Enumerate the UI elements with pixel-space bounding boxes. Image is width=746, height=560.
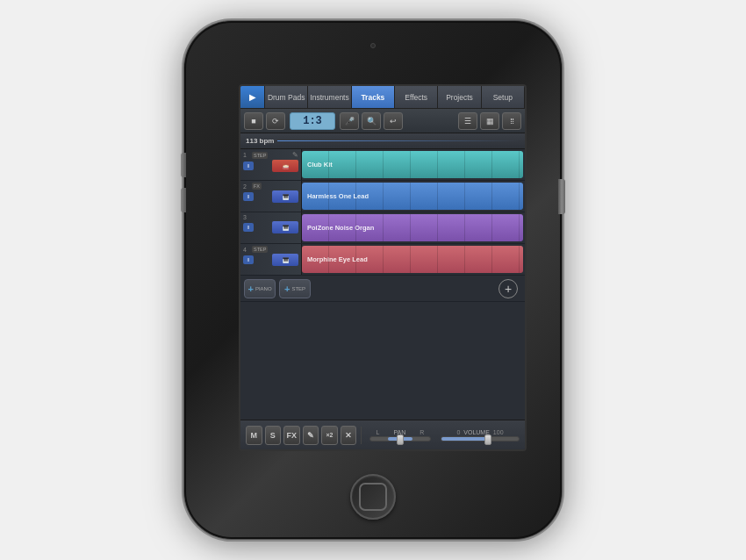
bpm-bar: 113 bpm [240,133,525,149]
toolbar: ■ ⟳ 1:3 🎤 🔍 ↩ ☰ ▦ ⣿ [240,109,525,133]
volume-thumb[interactable] [484,434,491,445]
track-mute-1[interactable]: II [243,162,254,170]
table-row: 3 II 🎹 PoiZone Noise Organ [240,212,525,244]
add-step-button[interactable]: + STEP [279,279,311,298]
tab-setup[interactable]: Setup [482,86,525,108]
plus-icon: + [247,284,253,294]
volume-up-button[interactable] [181,153,186,177]
track-icon-1[interactable]: 🥁 [272,160,298,172]
toolbar-divider [361,427,362,444]
iphone-screen: Drum Pads Instruments Tracks Effects Pro… [239,84,527,451]
tracks-area: 1 STEP ✎ II 🥁 [240,149,525,420]
camera-dot [370,43,376,48]
track-mute-4[interactable]: II [243,255,254,264]
track-mute-2[interactable]: II [243,192,254,201]
home-button-inner [359,483,387,511]
track-header-1: 1 STEP ✎ II 🥁 [240,149,302,180]
track-badge-1: STEP [252,152,268,159]
tab-instruments[interactable]: Instruments [308,86,351,108]
volume-slider[interactable] [441,436,520,442]
table-row: 2 FX II 🎹 Harmless One [240,181,525,212]
track-content-1[interactable]: Club Kit [302,149,525,180]
draw-button[interactable]: ✎ [303,426,319,445]
track-badge-2: FX [252,183,262,190]
pan-slider[interactable] [369,436,431,442]
nav-bar: Drum Pads Instruments Tracks Effects Pro… [240,86,525,109]
vol-min-label: 0 [456,429,460,435]
track-number-3: 3 [243,214,250,220]
grid-view-button[interactable]: ▦ [480,112,499,130]
pan-thumb[interactable] [397,434,404,445]
add-track-plus-button[interactable]: + [499,279,518,298]
track-header-4: 4 STEP II 🎹 [240,244,302,275]
loop-button[interactable]: ⟳ [266,112,285,130]
table-row: 4 STEP II 🎹 Morphine E [240,244,525,276]
delete-button[interactable]: ✕ [341,426,357,445]
pan-left-label: L [377,429,380,435]
track-number-2: 2 [243,183,250,190]
list-view-button[interactable]: ☰ [458,112,477,130]
bottom-toolbar: M S FX ✎ ×2 ✕ L PAN [240,420,525,449]
vol-max-label: 100 [493,429,504,435]
track-number-1: 1 [243,152,250,158]
power-button[interactable] [558,179,565,214]
track-icon-3[interactable]: 🎹 [272,221,298,233]
track-icon-4[interactable]: 🎹 [272,254,298,266]
tab-projects[interactable]: Projects [438,86,481,108]
play-button[interactable] [240,86,265,108]
volume-down-button[interactable] [181,188,186,212]
plus-icon-2: + [284,284,290,294]
volume-fill [441,437,488,441]
table-row: 1 STEP ✎ II 🥁 [240,149,525,181]
home-button[interactable] [350,474,396,520]
pattern-button[interactable]: ⣿ [502,112,521,130]
solo-button[interactable]: S [265,426,282,445]
zoom-button[interactable]: 🔍 [362,112,381,130]
track-mute-3[interactable]: II [243,223,254,232]
track-header-3: 3 II 🎹 [240,212,302,243]
track-content-4[interactable]: Morphine Eye Lead [302,244,525,275]
add-step-label: STEP [291,286,305,291]
add-piano-label: PIANO [255,286,272,291]
track-icon-2[interactable]: 🎹 [272,190,298,203]
track-header-2: 2 FX II 🎹 [240,181,302,212]
fx-button[interactable]: FX [283,426,300,445]
time-display: 1:3 [290,112,335,130]
track-edit-icon-1[interactable]: ✎ [292,151,298,159]
bpm-line [277,140,520,141]
pan-control: L PAN R [369,429,431,442]
volume-control: 0 VOLUME 100 [441,429,520,442]
duplicate-button[interactable]: ×2 [321,426,338,445]
stop-button[interactable]: ■ [244,112,263,130]
mute-button[interactable]: M [246,426,262,445]
tab-tracks[interactable]: Tracks [352,86,395,108]
undo-button[interactable]: ↩ [384,112,403,130]
add-piano-button[interactable]: + PIANO [244,279,276,298]
tab-drum-pads[interactable]: Drum Pads [265,86,308,108]
track-content-3[interactable]: PoiZone Noise Organ [302,212,525,243]
record-button[interactable]: 🎤 [340,112,359,130]
track-number-4: 4 [243,247,250,253]
add-track-row: + PIANO + STEP + [240,276,525,302]
pan-right-label: R [420,429,424,435]
track-badge-4: STEP [252,246,268,253]
app-ui: Drum Pads Instruments Tracks Effects Pro… [240,86,525,449]
track-content-2[interactable]: Harmless One Lead [302,181,525,212]
bpm-display: 113 bpm [246,137,274,145]
tab-effects[interactable]: Effects [395,86,438,108]
iphone-device: Drum Pads Instruments Tracks Effects Pro… [184,21,562,539]
